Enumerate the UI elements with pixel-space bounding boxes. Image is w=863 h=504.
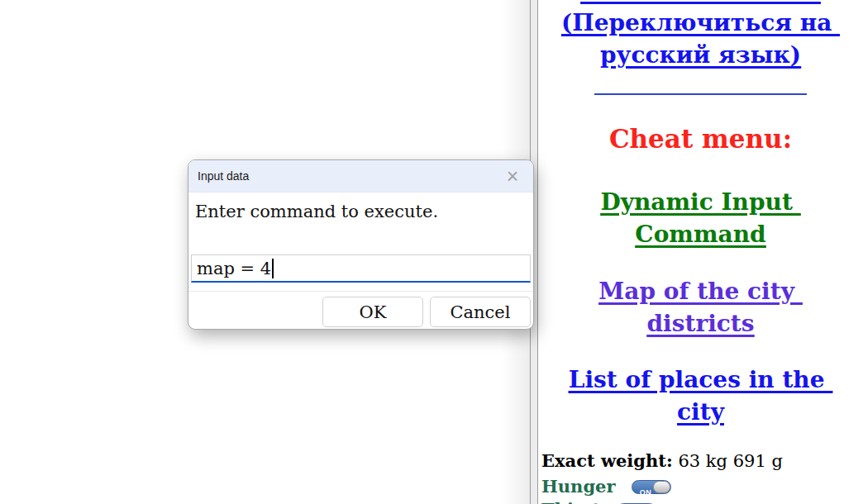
- hunger-label: Hunger: [541, 476, 616, 497]
- link-line: city: [538, 396, 863, 428]
- link-line: Command: [538, 218, 863, 250]
- dynamic-input-command-link[interactable]: Dynamic Input Command: [538, 186, 863, 250]
- link-line: districts: [538, 307, 863, 340]
- link-line: русский язык): [538, 39, 863, 71]
- horizontal-rule: [594, 93, 807, 95]
- thirst-row: Thirst ON: [541, 498, 863, 504]
- toggle-knob: [653, 481, 670, 493]
- close-icon[interactable]: ×: [500, 164, 525, 188]
- exact-weight-label: Exact weight:: [541, 450, 673, 471]
- dialog-separator: [188, 291, 533, 292]
- exact-weight-value: 63 kg 691 g: [673, 451, 783, 471]
- hunger-row: Hunger ON: [541, 475, 863, 497]
- cancel-button[interactable]: Cancel: [430, 297, 531, 327]
- text-cursor: [272, 259, 274, 278]
- switch-to-russian-link[interactable]: Switch to Russian (Переключиться на русс…: [538, 0, 863, 71]
- link-line: Switch to Russian: [538, 0, 863, 7]
- dialog-message: Enter command to execute.: [195, 202, 438, 221]
- link-line: Map of the city: [538, 275, 863, 307]
- link-line: (Переключиться на: [538, 7, 863, 39]
- cheat-menu-heading: Cheat menu:: [538, 121, 863, 156]
- exact-weight-row: Exact weight: 63 kg 691 g: [541, 449, 863, 473]
- dialog-title: Input data: [198, 169, 249, 183]
- cheat-menu-sidebar: Switch to Russian (Переключиться на русс…: [538, 0, 863, 504]
- command-input[interactable]: map = 4: [191, 254, 531, 283]
- ok-button[interactable]: OK: [322, 297, 423, 327]
- hunger-toggle[interactable]: ON: [632, 480, 671, 494]
- dialog-titlebar: Input data: [188, 160, 533, 193]
- toggle-on-label: ON: [640, 482, 652, 504]
- input-data-dialog: Input data × Enter command to execute. m…: [188, 159, 534, 330]
- thirst-label: Thirst: [541, 499, 600, 504]
- list-of-places-link[interactable]: List of places in the city: [538, 364, 863, 428]
- dialog-buttons: OK Cancel: [322, 297, 531, 327]
- link-line: Dynamic Input: [538, 186, 863, 218]
- link-line: List of places in the: [538, 364, 863, 396]
- map-of-city-districts-link[interactable]: Map of the city districts: [538, 275, 863, 340]
- stats-block: Exact weight: 63 kg 691 g Hunger ON Thir…: [538, 449, 863, 504]
- command-input-value: map = 4: [197, 259, 271, 278]
